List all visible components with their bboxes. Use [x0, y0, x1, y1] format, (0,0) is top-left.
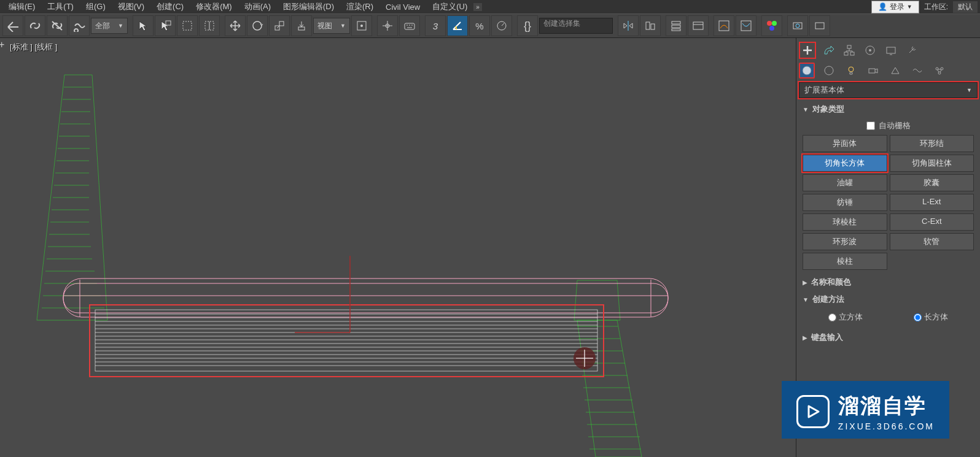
- create-method-title: 创建方法: [812, 294, 844, 305]
- unlink-icon[interactable]: [47, 15, 68, 36]
- object-type-button[interactable]: 油罐: [803, 174, 887, 191]
- percent-snap-icon[interactable]: %: [469, 15, 490, 36]
- svg-rect-1: [183, 21, 192, 30]
- undo-redo-icon[interactable]: [2, 15, 23, 36]
- toggle-ribbon-icon[interactable]: [688, 15, 709, 36]
- mirror-icon[interactable]: [618, 15, 639, 36]
- name-color-header[interactable]: ▶ 名称和颜色: [799, 275, 978, 290]
- material-editor-icon[interactable]: [761, 15, 782, 36]
- rotate-icon[interactable]: [247, 15, 268, 36]
- workspace-label: 工作区:: [924, 2, 948, 12]
- selection-filter-dropdown[interactable]: 全部 ▼: [91, 18, 128, 34]
- selection-set-input[interactable]: 创建选择集: [539, 18, 613, 34]
- menu-group[interactable]: 组(G): [80, 1, 112, 12]
- object-type-button[interactable]: C-Ext: [890, 213, 974, 231]
- helpers-subtab[interactable]: [887, 63, 903, 79]
- snap-3d-icon[interactable]: 3: [425, 15, 446, 36]
- window-crossing-icon[interactable]: [199, 15, 220, 36]
- layer-explorer-icon[interactable]: [666, 15, 686, 36]
- curve-editor-icon[interactable]: [714, 15, 734, 36]
- login-button[interactable]: 👤 登录 ▼: [871, 1, 919, 13]
- svg-point-22: [769, 26, 774, 31]
- scale-icon[interactable]: [269, 15, 290, 36]
- svg-rect-17: [693, 22, 703, 29]
- selection-filter-value: 全部: [95, 21, 110, 31]
- command-panel-tabs: [796, 38, 980, 60]
- manipulate-icon[interactable]: [377, 15, 398, 36]
- utilities-tab[interactable]: [903, 42, 920, 59]
- name-color-title: 名称和颜色: [811, 277, 851, 288]
- create-subcategory-tabs: [796, 60, 980, 81]
- svg-point-89: [803, 66, 811, 75]
- autogrid-checkbox[interactable]: [866, 121, 875, 130]
- menu-expand-icon[interactable]: »: [473, 3, 482, 11]
- object-type-button[interactable]: 棱柱: [803, 253, 887, 270]
- create-tab[interactable]: [799, 42, 816, 59]
- menu-render[interactable]: 渲染(R): [340, 1, 379, 12]
- placement-icon[interactable]: [291, 15, 312, 36]
- object-type-button[interactable]: 环形波: [803, 233, 887, 250]
- svg-rect-12: [646, 22, 650, 29]
- ref-coord-dropdown[interactable]: 视图 ▼: [313, 18, 350, 34]
- menu-edit[interactable]: 编辑(E): [2, 1, 41, 12]
- link-icon[interactable]: [25, 15, 45, 36]
- object-type-button[interactable]: 纺锤: [803, 194, 887, 211]
- menu-animation[interactable]: 动画(A): [238, 1, 277, 12]
- spinner-snap-icon[interactable]: [491, 15, 512, 36]
- object-type-button[interactable]: 切角长方体: [803, 155, 887, 172]
- align-icon[interactable]: [640, 15, 661, 36]
- cube-radio[interactable]: 立方体: [828, 312, 863, 323]
- object-type-button[interactable]: 异面体: [803, 135, 887, 152]
- bind-spacewarp-icon[interactable]: [69, 15, 90, 36]
- systems-subtab[interactable]: [931, 63, 947, 79]
- category-dropdown[interactable]: 扩展基本体 ▼: [799, 82, 978, 98]
- object-type-button[interactable]: 软管: [890, 233, 974, 250]
- svg-point-20: [767, 21, 772, 26]
- cameras-subtab[interactable]: [865, 63, 881, 79]
- menu-civilview[interactable]: Civil View: [379, 2, 426, 12]
- schematic-view-icon[interactable]: [736, 15, 756, 36]
- menu-view[interactable]: 视图(V): [112, 1, 150, 12]
- menu-graph[interactable]: 图形编辑器(D): [277, 1, 340, 12]
- display-tab[interactable]: [882, 42, 900, 59]
- svg-rect-13: [651, 24, 655, 29]
- keyboard-entry-rollup: ▶ 键盘输入: [799, 330, 978, 345]
- menu-modifier[interactable]: 修改器(M): [190, 1, 238, 12]
- keyboard-entry-header[interactable]: ▶ 键盘输入: [799, 330, 978, 345]
- hierarchy-tab[interactable]: [841, 42, 858, 59]
- object-type-header[interactable]: ▼ 对象类型: [799, 102, 978, 117]
- lights-subtab[interactable]: [843, 63, 859, 79]
- object-type-button[interactable]: 切角圆柱体: [890, 155, 974, 172]
- select-by-name-icon[interactable]: [155, 15, 176, 36]
- modify-tab[interactable]: [820, 42, 837, 59]
- menu-bar: 编辑(E) 工具(T) 组(G) 视图(V) 创建(C) 修改器(M) 动画(A…: [0, 0, 980, 13]
- render-setup-icon[interactable]: [787, 15, 808, 36]
- move-icon[interactable]: [225, 15, 246, 36]
- motion-tab[interactable]: [861, 42, 879, 59]
- keyboard-shortcut-icon[interactable]: [399, 15, 420, 36]
- render-frame-icon[interactable]: [809, 15, 830, 36]
- menu-tools[interactable]: 工具(T): [41, 1, 80, 12]
- menu-custom[interactable]: 自定义(U): [426, 1, 473, 12]
- angle-snap-icon[interactable]: [447, 15, 468, 36]
- workspace-dropdown[interactable]: 默认: [953, 1, 978, 13]
- box-radio[interactable]: 长方体: [914, 312, 948, 323]
- pivot-center-icon[interactable]: [351, 15, 372, 36]
- geometry-subtab[interactable]: [799, 63, 815, 79]
- spacewarps-subtab[interactable]: [909, 63, 925, 79]
- rect-region-icon[interactable]: [177, 15, 198, 36]
- svg-rect-92: [869, 69, 875, 73]
- object-type-button[interactable]: L-Ext: [890, 194, 974, 211]
- named-sel-set-icon[interactable]: {}: [517, 15, 538, 36]
- caret-down-icon: ▼: [966, 87, 972, 93]
- user-icon: 👤: [878, 2, 887, 11]
- menu-create[interactable]: 创建(C): [150, 1, 190, 12]
- create-method-header[interactable]: ▼ 创建方法: [799, 292, 978, 307]
- svg-point-3: [253, 21, 262, 30]
- object-type-button[interactable]: 胶囊: [890, 174, 974, 191]
- shapes-subtab[interactable]: [821, 63, 837, 79]
- object-type-button[interactable]: 环形结: [890, 135, 974, 152]
- viewport[interactable]: + [标准 ] [线框 ]: [0, 38, 796, 457]
- select-object-icon[interactable]: [133, 15, 154, 36]
- object-type-button[interactable]: 球棱柱: [803, 213, 887, 231]
